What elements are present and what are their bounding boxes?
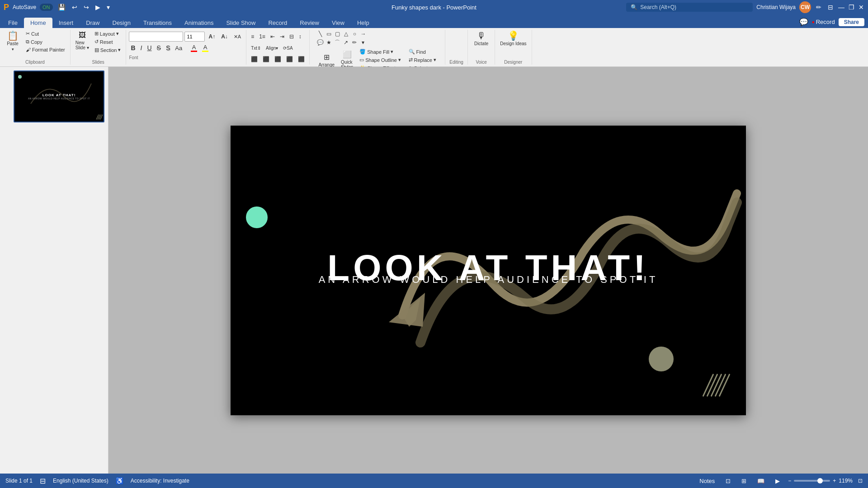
numbering-button[interactable]: 1≡ <box>257 32 267 42</box>
shape-fill-button[interactable]: 🪣 Shape Fill ▾ <box>357 48 404 56</box>
oval-shape[interactable]: ○ <box>350 30 359 38</box>
new-slide-button[interactable]: 🖼 NewSlide ▾ <box>73 30 91 52</box>
avatar[interactable]: CW <box>799 1 811 13</box>
design-ideas-button[interactable]: 💡 Design Ideas <box>498 30 528 47</box>
tab-help[interactable]: Help <box>351 18 376 28</box>
share-button[interactable]: Share <box>839 18 864 26</box>
record-button[interactable]: ● Record <box>812 19 835 25</box>
arrow-shape[interactable]: → <box>359 30 367 38</box>
find-button[interactable]: 🔍 Find <box>406 48 439 56</box>
notes-button[interactable]: Notes <box>697 477 717 485</box>
font-color-button[interactable]: A <box>189 43 199 53</box>
underline-button[interactable]: U <box>145 43 153 53</box>
slide-thumbnail[interactable]: LOOK AT THAT! AN ARROW WOULD HELP AUDIEN… <box>14 70 104 122</box>
dictate-button[interactable]: 🎙 Dictate <box>472 30 491 47</box>
bold-button[interactable]: B <box>129 43 137 53</box>
customize-qat-button[interactable]: ▾ <box>105 3 111 12</box>
strikethrough-button[interactable]: S <box>155 43 163 53</box>
zoom-slider[interactable] <box>794 480 830 482</box>
accessibility-icon[interactable]: ♿ <box>116 477 123 484</box>
callout-shape[interactable]: 💬 <box>316 38 324 47</box>
tab-view[interactable]: View <box>326 18 351 28</box>
presentation-mode-button[interactable]: ▶ <box>94 3 102 12</box>
tab-animations[interactable]: Animations <box>178 18 220 28</box>
align-right-button[interactable]: ⬛ <box>273 54 283 64</box>
search-bar[interactable]: 🔍 Search (Alt+Q) <box>626 3 753 12</box>
format-painter-button[interactable]: 🖌 Format Painter <box>24 46 67 53</box>
slide-canvas-area[interactable]: LOOK AT THAT! AN ARROW WOULD HELP AUDIEN… <box>108 67 868 474</box>
zoom-in-button[interactable]: + <box>833 478 836 484</box>
align-center-button[interactable]: ⬛ <box>261 54 271 64</box>
redo-button[interactable]: ↪ <box>82 3 90 12</box>
reading-view-button[interactable]: 📖 <box>755 477 767 485</box>
clipboard-small-group: ✂ Cut ⧉ Copy 🖌 Format Painter <box>24 30 67 53</box>
tab-draw[interactable]: Draw <box>80 18 106 28</box>
align-text-button[interactable]: Align▾ <box>264 43 280 53</box>
decrease-font-button[interactable]: A↓ <box>219 32 230 42</box>
font-size-input[interactable] <box>184 32 205 42</box>
convert-smartart-button[interactable]: ⟳SA <box>281 43 294 53</box>
expand-ribbon-button[interactable]: ⊟ <box>826 3 835 12</box>
save-button[interactable]: 💾 <box>57 3 67 12</box>
shapes-grid: ╲ ▭ ▢ △ ○ → 💬 ★ ⌒ ↗ ✏ ▾ <box>316 30 370 47</box>
rounded-rect-shape[interactable]: ▢ <box>333 30 341 38</box>
layout-button[interactable]: ⊞ Layout ▾ <box>92 30 123 38</box>
decrease-indent-button[interactable]: ⇤ <box>269 32 277 42</box>
shape-outline-button[interactable]: ▭ Shape Outline ▾ <box>357 56 404 64</box>
tab-review[interactable]: Review <box>293 18 326 28</box>
align-left-button[interactable]: ⬛ <box>249 54 259 64</box>
tab-file[interactable]: File <box>2 18 24 28</box>
tab-transitions[interactable]: Transitions <box>137 18 178 28</box>
tab-record[interactable]: Record <box>262 18 293 28</box>
copy-button[interactable]: ⧉ Copy <box>24 38 67 46</box>
text-direction-button[interactable]: Txt⇕ <box>249 43 263 53</box>
line-shape[interactable]: ╲ <box>316 30 324 38</box>
increase-indent-button[interactable]: ⇥ <box>278 32 286 42</box>
restore-button[interactable]: ❐ <box>848 4 854 10</box>
clear-format-button[interactable]: ✕A <box>231 32 243 42</box>
cut-button[interactable]: ✂ Cut <box>24 30 67 38</box>
more-shapes-icon[interactable]: ▾ <box>359 38 367 47</box>
zoom-out-button[interactable]: − <box>788 478 791 484</box>
highlight-button[interactable]: A <box>200 43 210 53</box>
arrange-button[interactable]: ⊞ Arrange <box>316 52 337 69</box>
minimize-button[interactable]: — <box>838 4 844 10</box>
comments-icon[interactable]: 💬 <box>799 18 808 26</box>
columns-button[interactable]: ⊟ <box>288 32 296 42</box>
close-button[interactable]: ✕ <box>858 4 864 10</box>
section-button[interactable]: ▤ Section ▾ <box>92 46 123 54</box>
freeform-shape[interactable]: ✏ <box>350 38 359 47</box>
tab-insert[interactable]: Insert <box>52 18 80 28</box>
curve-shape[interactable]: ⌒ <box>333 38 341 47</box>
clipboard-group-content: 📋 Paste ▾ ✂ Cut ⧉ Copy 🖌 Format Painter <box>3 30 67 59</box>
bullets-button[interactable]: ≡ <box>249 32 256 42</box>
fit-to-window-button[interactable]: ⊡ <box>858 478 863 484</box>
increase-font-button[interactable]: A↑ <box>206 32 217 42</box>
slideshow-button[interactable]: ▶ <box>773 477 783 485</box>
change-case-button[interactable]: Aa <box>173 43 184 53</box>
distributed-button[interactable]: ⬛ <box>296 54 307 64</box>
rect-shape[interactable]: ▭ <box>325 30 333 38</box>
line-spacing-button[interactable]: ↕ <box>297 32 303 42</box>
autosave-toggle[interactable]: ON <box>40 4 53 11</box>
reset-button[interactable]: ↺ Reset <box>92 38 123 46</box>
paste-button[interactable]: 📋 Paste ▾ <box>3 30 23 53</box>
replace-button[interactable]: ⇄ Replace ▾ <box>406 56 439 64</box>
connector-shape[interactable]: ↗ <box>342 38 350 47</box>
font-name-input[interactable] <box>129 32 183 42</box>
triangle-shape[interactable]: △ <box>342 30 350 38</box>
tab-design[interactable]: Design <box>106 18 137 28</box>
slide-sorter-button[interactable]: ⊞ <box>739 477 749 485</box>
tab-home[interactable]: Home <box>24 18 52 28</box>
shadow-button[interactable]: S <box>164 43 172 53</box>
slides-small-group: ⊞ Layout ▾ ↺ Reset ▤ Section ▾ <box>92 30 123 54</box>
slides-group-content: 🖼 NewSlide ▾ ⊞ Layout ▾ ↺ Reset ▤ Sectio… <box>73 30 123 59</box>
italic-button[interactable]: I <box>139 43 144 53</box>
ink-pen-icon[interactable]: ✏ <box>815 3 823 12</box>
justify-button[interactable]: ⬛ <box>284 54 295 64</box>
normal-view-button[interactable]: ⊡ <box>723 477 733 485</box>
slide-subtitle[interactable]: AN ARROW WOULD HELP AUDIENCE TO SPOT IT <box>319 274 658 286</box>
tab-slideshow[interactable]: Slide Show <box>220 18 262 28</box>
undo-button[interactable]: ↩ <box>71 3 79 12</box>
star-shape[interactable]: ★ <box>325 38 333 47</box>
